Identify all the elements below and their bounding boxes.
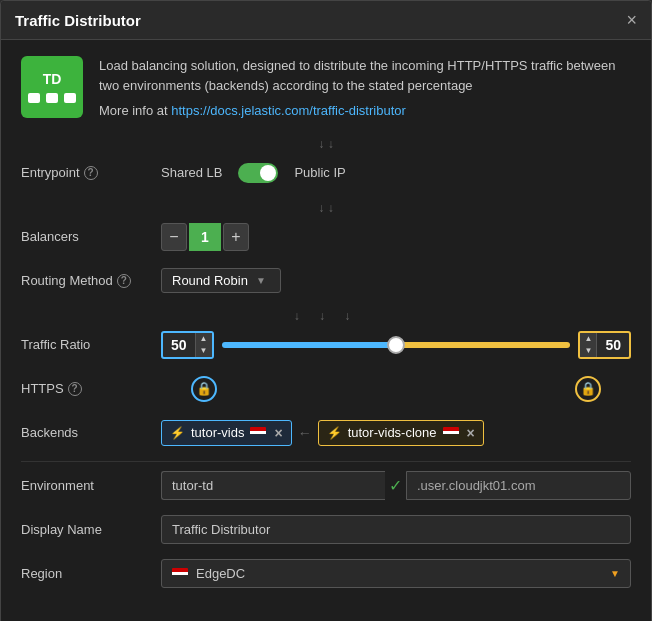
display-name-row: Display Name (21, 514, 631, 546)
flag-id-left (250, 427, 266, 438)
https-lock-right[interactable]: 🔒 (575, 376, 601, 402)
ratio-left-value: 50 (163, 333, 195, 357)
region-row: Region EdgeDC ▼ (21, 558, 631, 590)
routing-label: Routing Method ? (21, 273, 161, 288)
balancers-stepper: − 1 + (161, 223, 249, 251)
https-label: HTTPS ? (21, 381, 161, 396)
display-name-label: Display Name (21, 522, 161, 537)
header-text: Load balancing solution, designed to dis… (99, 56, 631, 121)
ratio-left-spin: ▲ ▼ (195, 333, 212, 357)
environment-domain-input[interactable] (406, 471, 631, 500)
balancers-control: − 1 + (161, 223, 631, 251)
more-info-text: More info at https://docs.jelastic.com/t… (99, 101, 631, 121)
entrypoint-label: Entrypoint ? (21, 165, 161, 180)
balancers-minus-button[interactable]: − (161, 223, 187, 251)
ratio-left-down[interactable]: ▼ (196, 345, 212, 357)
arrows-1: ↓ ↓ (21, 137, 631, 151)
routing-control: Round Robin ▼ (161, 268, 631, 293)
ratio-right-input[interactable]: ▲ ▼ 50 (578, 331, 631, 359)
region-label: Region (21, 566, 161, 581)
display-name-input[interactable] (161, 515, 631, 544)
traffic-slider-thumb[interactable] (387, 336, 405, 354)
backend-left-name: tutor-vids (191, 425, 244, 440)
dialog-title: Traffic Distributor (15, 12, 141, 29)
region-dropdown[interactable]: EdgeDC ▼ (161, 559, 631, 588)
https-controls: 🔒 🔒 (161, 376, 631, 402)
https-help-icon[interactable]: ? (68, 382, 82, 396)
traffic-ratio-row: Traffic Ratio 50 ▲ ▼ ▲ (21, 329, 631, 361)
backend-connector: ← (298, 425, 312, 441)
backends-row: Backends ⚡ tutor-vids × ← ⚡ tutor-vids-c… (21, 417, 631, 449)
region-dropdown-arrow: ▼ (610, 568, 620, 579)
ratio-right-down[interactable]: ▼ (580, 345, 596, 357)
dialog-body: TD Load balancing solution, designed to … (1, 40, 651, 618)
backends-controls: ⚡ tutor-vids × ← ⚡ tutor-vids-clone (161, 420, 631, 446)
backend-left-remove[interactable]: × (274, 425, 282, 441)
region-flag (172, 568, 188, 579)
balancers-value: 1 (189, 223, 221, 251)
environment-input-wrapper: ✓ (161, 471, 631, 500)
backend-right-tag: ⚡ tutor-vids-clone × (318, 420, 484, 446)
td-node-1 (28, 93, 40, 103)
shared-lb-label: Shared LB (161, 165, 222, 180)
entrypoint-controls: Shared LB Public IP (161, 163, 631, 183)
flag-id-right (443, 427, 459, 438)
display-name-control (161, 515, 631, 544)
ratio-right-value: 50 (597, 333, 629, 357)
arrows-2: ↓ ↓ (21, 201, 631, 215)
environment-name-input[interactable] (161, 471, 385, 500)
routing-dropdown-arrow: ▼ (256, 275, 266, 286)
traffic-slider-container (222, 335, 571, 355)
traffic-slider-track (222, 342, 571, 348)
environment-check-icon: ✓ (389, 476, 402, 495)
shared-lb-toggle[interactable] (238, 163, 278, 183)
td-node-2 (46, 93, 58, 103)
ratio-left-input[interactable]: 50 ▲ ▼ (161, 331, 214, 359)
ratio-controls: 50 ▲ ▼ ▲ ▼ 50 (161, 331, 631, 359)
environment-label: Environment (21, 478, 161, 493)
td-icon-box: TD (21, 56, 83, 118)
balancers-plus-button[interactable]: + (223, 223, 249, 251)
routing-value: Round Robin (172, 273, 248, 288)
dialog-title-bar: Traffic Distributor × (1, 1, 651, 40)
ratio-left-up[interactable]: ▲ (196, 333, 212, 345)
td-label: TD (43, 71, 62, 87)
backend-right-name: tutor-vids-clone (348, 425, 437, 440)
backend-right-icon: ⚡ (327, 426, 342, 440)
balancers-row: Balancers − 1 + (21, 221, 631, 253)
close-button[interactable]: × (626, 11, 637, 29)
toggle-track (238, 163, 278, 183)
region-control: EdgeDC ▼ (161, 559, 631, 588)
ratio-right-up[interactable]: ▲ (580, 333, 596, 345)
ratio-right-spin: ▲ ▼ (580, 333, 597, 357)
routing-method-dropdown[interactable]: Round Robin ▼ (161, 268, 281, 293)
balancers-label: Balancers (21, 229, 161, 244)
backend-right-remove[interactable]: × (467, 425, 475, 441)
section-divider (21, 461, 631, 462)
environment-row: Environment ✓ (21, 470, 631, 502)
https-lock-left[interactable]: 🔒 (191, 376, 217, 402)
td-node-3 (64, 93, 76, 103)
entrypoint-row: Entrypoint ? Shared LB Public IP (21, 157, 631, 189)
toggle-thumb (260, 165, 276, 181)
routing-row: Routing Method ? Round Robin ▼ (21, 265, 631, 297)
region-value: EdgeDC (196, 566, 245, 581)
header-section: TD Load balancing solution, designed to … (21, 56, 631, 121)
backend-left-tag: ⚡ tutor-vids × (161, 420, 292, 446)
arrows-3: ↓ ↓ ↓ (21, 309, 631, 323)
public-ip-label: Public IP (294, 165, 345, 180)
traffic-distributor-dialog: Traffic Distributor × TD Load balancing … (0, 0, 652, 621)
entrypoint-help-icon[interactable]: ? (84, 166, 98, 180)
td-icon-nodes (28, 93, 76, 103)
more-info-link[interactable]: https://docs.jelastic.com/traffic-distri… (171, 103, 406, 118)
backend-left-icon: ⚡ (170, 426, 185, 440)
region-left: EdgeDC (172, 566, 245, 581)
header-description: Load balancing solution, designed to dis… (99, 56, 631, 95)
traffic-ratio-label: Traffic Ratio (21, 337, 161, 352)
backends-label: Backends (21, 425, 161, 440)
https-row: HTTPS ? 🔒 🔒 (21, 373, 631, 405)
routing-help-icon[interactable]: ? (117, 274, 131, 288)
